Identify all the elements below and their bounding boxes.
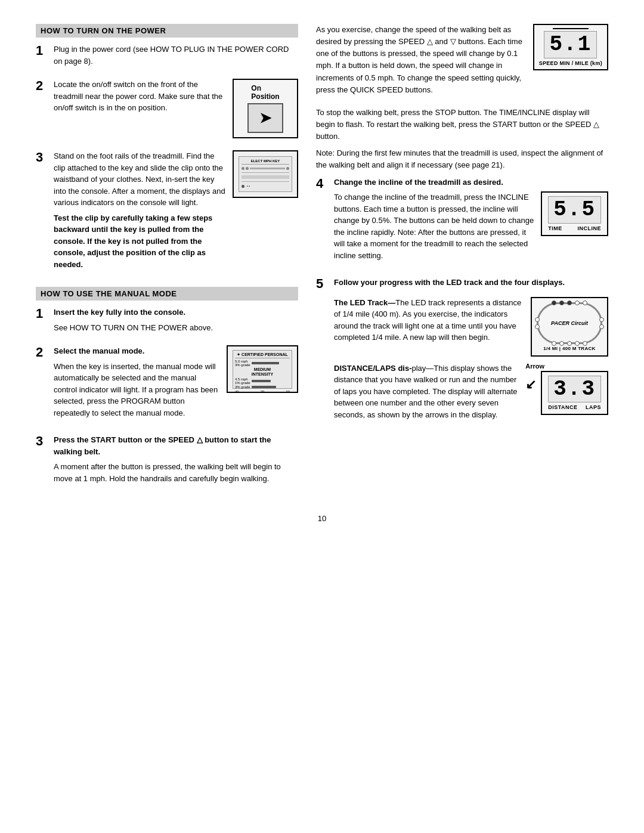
step-3-texts: Stand on the foot rails of the treadmill… — [54, 150, 225, 274]
intro-text-1: As you exercise, change the speed of the… — [316, 24, 524, 96]
step-2-2-content: Select the manual mode. When the key is … — [54, 345, 298, 426]
console-dot-2 — [246, 167, 249, 170]
step-2-number: 2 — [36, 79, 49, 92]
certified-label: ✦ CERTIFIED PERSONAL — [235, 352, 290, 358]
manual-inner: ✦ CERTIFIED PERSONAL 5.0 mph3% grade MED… — [233, 350, 292, 389]
scale-20b: 20 — [286, 390, 290, 394]
console-dot-3 — [286, 167, 289, 170]
step-2-1: 1 Insert the key fully into the console.… — [36, 306, 298, 337]
step-2-2-text: When the key is inserted, the manual mod… — [54, 361, 219, 419]
track-label: 1/4 MI | 400 M TRACK — [543, 346, 595, 351]
console-inner: ELECT MPH KEY — [239, 156, 292, 192]
scale-20: 20 — [261, 390, 265, 394]
bar-2 — [252, 380, 271, 382]
manual-illustration: ✦ CERTIFIED PERSONAL 5.0 mph3% grade MED… — [227, 345, 298, 393]
display-with-arrow: ↙ 3.3 DISTANCE LAPS — [525, 371, 608, 416]
time-label: TIME — [548, 225, 562, 231]
tdot-b1 — [552, 341, 556, 346]
step-2-1-content: Insert the key fully into the console. S… — [54, 306, 298, 337]
led-track-label: The LED Track— — [334, 298, 395, 307]
step-2-content: Locate the on/off switch on the front of… — [54, 79, 298, 142]
medium-label: MEDIUM — [235, 367, 290, 371]
elect-mph-label: ELECT MPH KEY — [242, 159, 289, 165]
tdot-t5 — [583, 301, 587, 305]
manual-val-1: 5.0 mph3% grade — [235, 360, 250, 367]
arrow-distance-display: Arrow ↙ 3.3 DISTANCE LAPS — [525, 363, 608, 416]
scale-row: 40 20 20 — [235, 390, 290, 394]
step-1-number: 1 — [36, 44, 49, 57]
incline-label: INCLINE — [578, 225, 602, 231]
right-top-text: As you exercise, change the speed of the… — [316, 24, 524, 101]
step-4-number: 4 — [316, 177, 329, 190]
led-track-row: The LED Track—The LED track represents a… — [334, 297, 608, 357]
step-3-content: Stand on the foot rails of the treadmill… — [54, 150, 298, 277]
tdot-l2 — [535, 324, 540, 329]
step-2-3-text: A moment after the button is pressed, th… — [54, 461, 298, 484]
manual-val-3: 3% grade — [235, 385, 250, 389]
step-2-text: Locate the on/off switch on the front of… — [54, 79, 225, 114]
scale-40: 40 — [235, 390, 239, 394]
manual-row-1: 5.0 mph3% grade — [235, 360, 290, 367]
distance-laps-section: DISTANCE/LAPS dis-play—This display show… — [334, 363, 608, 425]
tdot-t1 — [552, 301, 556, 305]
switch-arrow-icon: ➤ — [259, 110, 271, 126]
manual-row-2: 4.5 mph1% grade — [235, 377, 290, 385]
distance-row: DISTANCE/LAPS dis-play—This display show… — [334, 363, 608, 425]
intensity-label: INTENSITY — [235, 372, 290, 376]
step-2-3-number: 3 — [36, 435, 49, 448]
on-label: On — [251, 84, 261, 92]
pacer-circuit-text: PACER Circuit — [551, 320, 588, 326]
bar-1 — [252, 362, 279, 364]
step-2-1-text: See HOW TO TURN ON THE POWER above. — [54, 322, 298, 334]
step-2: 2 Locate the on/off switch on the front … — [36, 79, 298, 142]
tdot-b2 — [559, 341, 564, 346]
tdot-t2 — [559, 301, 564, 305]
right-column: As you exercise, change the speed of the… — [316, 24, 608, 496]
led-track-text-container: The LED Track—The LED track represents a… — [334, 297, 524, 347]
console-illustration: ELECT MPH KEY — [233, 150, 298, 198]
tdot-b4 — [575, 341, 580, 346]
section2-title: HOW TO USE THE MANUAL MODE — [36, 287, 298, 301]
switch-box: ➤ — [247, 103, 283, 133]
step-5-content: Follow your progress with the LED track … — [334, 277, 608, 424]
step-4-bold: Change the incline of the treadmill as d… — [334, 178, 503, 187]
step-3-number: 3 — [36, 151, 49, 164]
console-row-1 — [242, 167, 289, 170]
incline-labels: TIME INCLINE — [548, 225, 601, 231]
right-top-section: As you exercise, change the speed of the… — [316, 24, 608, 101]
page-number: 10 — [36, 514, 608, 523]
arrow-down-icon: ↙ — [525, 377, 536, 392]
step-4-text: To change the incline of the treadmill, … — [334, 191, 534, 261]
intro-text-2: To stop the walking belt, press the STOP… — [316, 107, 608, 143]
speed-display-number: 5.1 — [544, 31, 597, 58]
led-track-illustration: PACER Circuit — [531, 297, 608, 357]
distance-display-labels: DISTANCE LAPS — [548, 404, 601, 410]
step-1-text: Plug in the power cord (see HOW TO PLUG … — [54, 44, 298, 67]
step-3-bold: Test the clip by carefully taking a few … — [54, 213, 212, 269]
track-oval: PACER Circuit — [537, 302, 602, 344]
track-dots-right — [599, 317, 604, 329]
tdot-l1 — [535, 317, 540, 322]
led-track-section: The LED Track—The LED track represents a… — [334, 297, 608, 357]
tdot-b5 — [583, 341, 587, 346]
section1-title: HOW TO TURN ON THE POWER — [36, 24, 298, 38]
tdot-t4 — [575, 301, 580, 305]
arrow-label-text: Arrow — [525, 363, 544, 370]
step-3: 3 Stand on the foot rails of the treadmi… — [36, 150, 298, 277]
console-dot-4 — [242, 185, 244, 188]
step-2-3-bold: Press the START button or the SPEED △ bu… — [54, 435, 271, 456]
console-separator — [242, 172, 289, 173]
console-text: • • — [247, 184, 250, 188]
laps-lbl: LAPS — [586, 404, 601, 410]
distance-display-box: 3.3 DISTANCE LAPS — [541, 371, 608, 416]
step-2-2: 2 Select the manual mode. When the key i… — [36, 345, 298, 426]
console-row-2 — [242, 175, 289, 179]
step-2-1-bold: Insert the key fully into the console. — [54, 308, 185, 317]
speed-display-box: 5.1 SPEED MIN / MILE (km) — [533, 24, 608, 70]
tdot-r2 — [599, 324, 604, 329]
step-2-3-content: Press the START button or the SPEED △ bu… — [54, 434, 298, 488]
tdot-b3 — [567, 341, 572, 346]
step-5-number: 5 — [316, 277, 329, 290]
intro-text-3: Note: During the first few minutes that … — [316, 147, 608, 171]
speed-display-labels: SPEED MIN / MILE (km) — [539, 60, 602, 66]
